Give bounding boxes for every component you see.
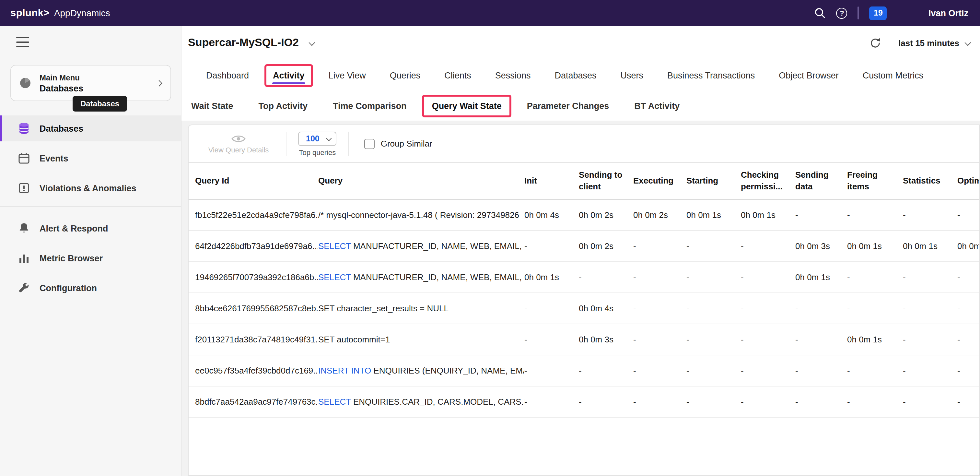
wrench-icon <box>18 282 30 295</box>
column-header-starting[interactable]: Starting <box>686 163 741 200</box>
main-menu-icon <box>19 76 32 89</box>
column-header-statistics[interactable]: Statistics <box>903 163 957 200</box>
tab-users[interactable]: Users <box>612 64 652 87</box>
help-icon[interactable]: ? <box>837 8 848 19</box>
subtab-parameter-changes[interactable]: Parameter Changes <box>517 94 619 117</box>
column-header-query[interactable]: Query <box>318 163 524 200</box>
column-header-query-id[interactable]: Query Id <box>189 163 318 200</box>
table-row[interactable]: 19469265f700739a392c186a6b...SELECT MANU… <box>189 262 979 293</box>
sidebar-item-databases[interactable]: Databases <box>0 115 181 142</box>
table-row[interactable]: 8bb4ce6261769955682587c8eb...SET charact… <box>189 293 979 324</box>
tab-business-transactions[interactable]: Business Transactions <box>659 64 763 87</box>
column-header-optimizing[interactable]: Optimizing <box>957 163 979 200</box>
main-menu-label: Main Menu <box>40 73 83 82</box>
query-cell[interactable]: INSERT INTO ENQUIRIES (ENQUIRY_ID, NAME,… <box>318 355 524 387</box>
tab-live-view[interactable]: Live View <box>320 64 374 87</box>
top-queries-control: 100 Top queries <box>298 131 337 156</box>
wait-time-cell: - <box>741 262 795 293</box>
sidebar-item-metric-browser[interactable]: Metric Browser <box>0 245 181 271</box>
wait-time-cell: 0h 0m 1s <box>686 200 741 231</box>
view-query-details-button[interactable]: View Query Details <box>203 134 274 153</box>
table-row[interactable]: 64f2d4226bdfb73a91de6979a6...SELECT MANU… <box>189 231 979 262</box>
wait-time-cell: - <box>847 387 903 418</box>
query-cell[interactable]: SELECT ENQUIRIES.CAR_ID, CARS.MODEL, CAR… <box>318 387 524 418</box>
wait-time-cell: 0h 0m 3s <box>579 324 633 355</box>
query-cell[interactable]: SELECT MANUFACTURER_ID, NAME, WEB, EMAIL… <box>318 231 524 262</box>
notification-badge[interactable]: 19 <box>870 6 887 20</box>
wait-time-cell: 0h 0m 1s <box>847 231 903 262</box>
tab-dashboard[interactable]: Dashboard <box>198 64 257 87</box>
query-cell[interactable]: /* mysql-connector-java-5.1.48 ( Revisio… <box>318 200 524 231</box>
page-title: Supercar-MySQL-IO2 <box>188 36 299 49</box>
wait-time-cell: - <box>741 293 795 324</box>
subtab-query-wait-state[interactable]: Query Wait State <box>422 94 511 117</box>
top-queries-value: 100 <box>306 134 320 143</box>
query-cell[interactable]: SET character_set_results = NULL <box>318 293 524 324</box>
tab-custom-metrics[interactable]: Custom Metrics <box>854 64 932 87</box>
queries-table: Query IdQueryInitSending to clientExecut… <box>189 163 979 418</box>
wait-time-cell: - <box>903 200 957 231</box>
tab-queries[interactable]: Queries <box>382 64 429 87</box>
tab-object-browser[interactable]: Object Browser <box>770 64 847 87</box>
column-header-init[interactable]: Init <box>524 163 579 200</box>
title-chevron-down-icon[interactable] <box>309 39 315 46</box>
sidebar-item-alert-respond[interactable]: Alert & Respond <box>0 215 181 241</box>
query-id-cell: f20113271da38c7a74819c49f31... <box>189 324 318 355</box>
sql-keyword: SELECT <box>318 397 351 407</box>
subtab-bt-activity[interactable]: BT Activity <box>625 94 689 117</box>
wait-time-cell: - <box>579 355 633 387</box>
subtab-bar: Wait StateTop ActivityTime ComparisonQue… <box>181 91 980 121</box>
table-row[interactable]: f20113271da38c7a74819c49f31...SET autoco… <box>189 324 979 355</box>
wait-time-cell: - <box>903 355 957 387</box>
column-header-sending-to-client[interactable]: Sending to client <box>579 163 633 200</box>
wait-time-cell: 0h 0m 2s <box>579 231 633 262</box>
wait-time-cell: - <box>741 324 795 355</box>
wait-time-cell: 0h 0m 1s <box>957 231 979 262</box>
column-header-checking-permissi[interactable]: Checking permissi... <box>741 163 795 200</box>
wait-time-cell: 0h 0m 3s <box>795 231 847 262</box>
tab-sessions[interactable]: Sessions <box>487 64 539 87</box>
column-header-freeing-items[interactable]: Freeing items <box>847 163 903 200</box>
sidebar-item-configuration[interactable]: Configuration <box>0 275 181 301</box>
wait-time-cell: - <box>686 355 741 387</box>
time-range-label: last 15 minutes <box>898 38 959 48</box>
tab-databases[interactable]: Databases <box>546 64 605 87</box>
group-similar-checkbox[interactable] <box>364 139 375 149</box>
table-row[interactable]: fb1c5f22e51e2cda4a9cfe798fa6.../* mysql-… <box>189 200 979 231</box>
appdynamics-brand: AppDynamics <box>54 8 110 18</box>
user-name[interactable]: Ivan Ortiz <box>929 8 968 18</box>
sidebar-item-violations-anomalies[interactable]: Violations & Anomalies <box>0 175 181 201</box>
sidebar-item-events[interactable]: Events <box>0 145 181 171</box>
database-icon <box>18 122 30 135</box>
query-cell[interactable]: SET autocommit=1 <box>318 324 524 355</box>
wait-time-cell: - <box>579 387 633 418</box>
hamburger-menu-icon[interactable] <box>16 37 29 47</box>
sql-keyword: SELECT <box>318 273 351 282</box>
wait-time-cell: - <box>795 387 847 418</box>
table-row[interactable]: ee0c957f35a4fef39cbd0d7c169...INSERT INT… <box>189 355 979 387</box>
column-header-sending-data[interactable]: Sending data <box>795 163 847 200</box>
subtab-top-activity[interactable]: Top Activity <box>249 94 318 117</box>
sidebar-item-label: Metric Browser <box>40 253 103 263</box>
chevron-down-icon <box>965 39 971 46</box>
wait-time-cell: - <box>686 231 741 262</box>
bell-icon <box>18 222 30 235</box>
wait-time-cell: - <box>795 293 847 324</box>
eye-icon <box>231 134 246 143</box>
page-header: Supercar-MySQL-IO2 last 15 minutes <box>181 26 980 60</box>
tab-clients[interactable]: Clients <box>436 64 480 87</box>
search-icon[interactable] <box>815 7 826 19</box>
table-row[interactable]: 8bdfc7aa542aa9ac97fe749763c...SELECT ENQ… <box>189 387 979 418</box>
wait-time-cell: - <box>903 324 957 355</box>
time-range-selector[interactable]: last 15 minutes <box>898 38 970 48</box>
subtab-wait-state[interactable]: Wait State <box>181 94 243 117</box>
refresh-icon[interactable] <box>869 37 881 49</box>
tab-activity[interactable]: Activity <box>264 64 313 87</box>
query-cell[interactable]: SELECT MANUFACTURER_ID, NAME, WEB, EMAIL… <box>318 262 524 293</box>
top-queries-select[interactable]: 100 <box>298 131 337 146</box>
wait-time-cell: - <box>633 355 686 387</box>
wait-time-cell: - <box>847 355 903 387</box>
subtab-time-comparison[interactable]: Time Comparison <box>323 94 417 117</box>
column-header-executing[interactable]: Executing <box>633 163 686 200</box>
query-wait-state-panel: View Query Details 100 Top queries <box>188 124 980 476</box>
